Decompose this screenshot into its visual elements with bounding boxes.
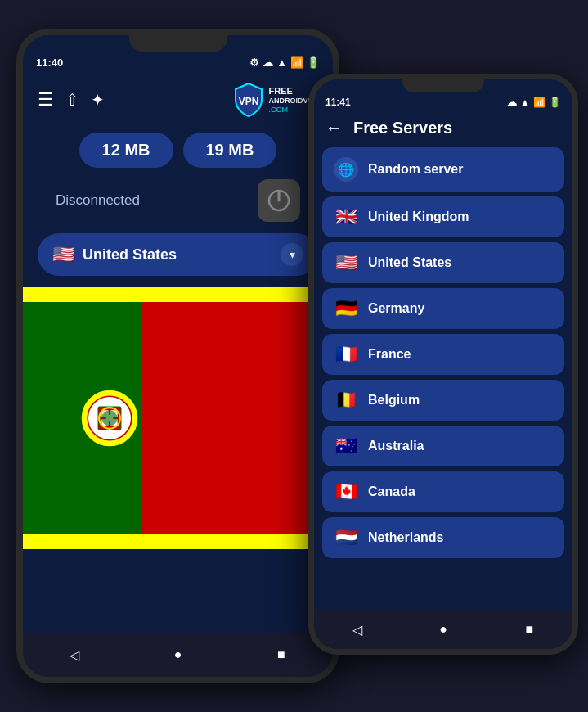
server-item[interactable]: 🇧🇪 Belgium — [322, 380, 564, 421]
flag-icon: 🇺🇸 — [334, 252, 358, 273]
phone-left: 11:40 ⚙ ☁ ▲ 📶 🔋 ☰ ⇧ ✦ VPN FREE ANDROIDVP… — [16, 29, 339, 683]
cloud-icon: ☁ — [263, 56, 273, 69]
server-name: United Kingdom — [368, 210, 469, 224]
server-name: Netherlands — [368, 530, 443, 545]
server-item[interactable]: 🇦🇺 Australia — [322, 426, 564, 466]
back-arrow-icon[interactable]: ← — [325, 119, 342, 137]
left-time: 11:40 — [36, 56, 63, 69]
wifi-icon: ▲ — [276, 56, 287, 69]
left-status-bar: 11:40 ⚙ ☁ ▲ 📶 🔋 — [23, 52, 333, 74]
right-time: 11:41 — [325, 97, 351, 108]
right-wifi-icon: ▲ — [520, 97, 530, 108]
portugal-crest — [79, 388, 141, 449]
flag-icon: 🇨🇦 — [334, 481, 358, 502]
right-phone-nav: ◁ ● ■ — [314, 610, 572, 649]
right-battery-icon: 🔋 — [549, 97, 561, 108]
nav-recent-left[interactable]: ■ — [267, 640, 296, 669]
right-status-bar: 11:41 ☁ ▲ 📶 🔋 — [314, 92, 572, 112]
server-name: Canada — [368, 484, 415, 499]
globe-icon: 🌐 — [334, 157, 358, 182]
left-app-header: ☰ ⇧ ✦ VPN FREE ANDROIDVPN .COM — [23, 74, 333, 126]
server-name: France — [368, 347, 411, 362]
connection-status: Disconnected — [56, 192, 140, 209]
nav-home-left[interactable]: ● — [163, 640, 192, 669]
server-list: 🌐 Random server 🇬🇧 United Kingdom 🇺🇸 Uni… — [314, 147, 572, 558]
server-name: United States — [368, 255, 451, 270]
nav-back-left[interactable]: ◁ — [60, 640, 89, 669]
flag-icon: 🇳🇱 — [334, 527, 358, 548]
chevron-down-icon: ▾ — [281, 243, 303, 266]
share-icon[interactable]: ⇧ — [65, 90, 79, 110]
left-phone-nav: ◁ ● ■ — [23, 633, 333, 677]
logo-area: VPN FREE ANDROIDVPN .COM — [232, 82, 318, 118]
flag-wrapper — [23, 302, 333, 534]
flag-icon: 🇩🇪 — [334, 298, 358, 319]
stats-row: 12 MB 19 MB — [23, 126, 333, 174]
right-notch — [402, 79, 484, 92]
left-status-icons: ⚙ ☁ ▲ 📶 🔋 — [249, 56, 320, 69]
flag-icon: 🇫🇷 — [334, 344, 358, 365]
right-signal-icon: 📶 — [533, 97, 545, 108]
server-item[interactable]: 🇺🇸 United States — [322, 242, 564, 283]
flag-icon: 🇧🇪 — [334, 390, 358, 411]
flag-icon: 🇦🇺 — [334, 435, 358, 457]
nav-back-right[interactable]: ◁ — [343, 615, 372, 644]
country-selector[interactable]: 🇺🇸 United States ▾ — [38, 233, 318, 276]
right-status-icons: ☁ ▲ 📶 🔋 — [507, 97, 561, 108]
header-icons: ☰ ⇧ ✦ — [38, 89, 105, 110]
server-list-title: Free Servers — [353, 119, 452, 137]
disconnected-row: Disconnected — [23, 174, 333, 233]
battery-icon: 🔋 — [307, 56, 320, 69]
portugal-flag — [23, 287, 333, 549]
server-item[interactable]: 🇨🇦 Canada — [322, 471, 564, 512]
server-item[interactable]: 🇳🇱 Netherlands — [322, 517, 564, 558]
power-button[interactable] — [258, 179, 300, 222]
star-icon[interactable]: ✦ — [91, 90, 105, 110]
svg-text:VPN: VPN — [239, 96, 259, 107]
selected-flag: 🇺🇸 — [52, 244, 74, 265]
server-item[interactable]: 🌐 Random server — [322, 147, 564, 192]
server-item[interactable]: 🇩🇪 Germany — [322, 288, 564, 329]
menu-icon[interactable]: ☰ — [38, 89, 54, 110]
flag-bottom-stripe — [23, 534, 333, 549]
svg-point-12 — [101, 410, 117, 426]
flag-icon: 🇬🇧 — [334, 206, 358, 228]
phone-right: 11:41 ☁ ▲ 📶 🔋 ← Free Servers 🌐 Random se… — [308, 74, 578, 655]
server-name: Germany — [368, 301, 424, 316]
selected-country-name: United States — [83, 246, 272, 264]
server-name: Random server — [368, 162, 464, 177]
download-stat: 19 MB — [183, 133, 277, 168]
nav-recent-right[interactable]: ■ — [514, 615, 544, 644]
signal-icon: 📶 — [290, 56, 303, 69]
server-item[interactable]: 🇬🇧 United Kingdom — [322, 196, 564, 237]
flag-top-stripe — [23, 287, 333, 302]
server-item[interactable]: 🇫🇷 France — [322, 334, 564, 375]
left-notch — [129, 35, 227, 52]
flag-red — [141, 302, 333, 534]
server-list-header: ← Free Servers — [314, 112, 572, 147]
logo-shield-icon: VPN — [232, 82, 265, 118]
server-name: Australia — [368, 439, 424, 453]
upload-stat: 12 MB — [79, 133, 173, 168]
nav-home-right[interactable]: ● — [429, 615, 458, 644]
settings-icon: ⚙ — [249, 56, 259, 69]
right-cloud-icon: ☁ — [507, 97, 517, 108]
server-name: Belgium — [368, 393, 420, 408]
